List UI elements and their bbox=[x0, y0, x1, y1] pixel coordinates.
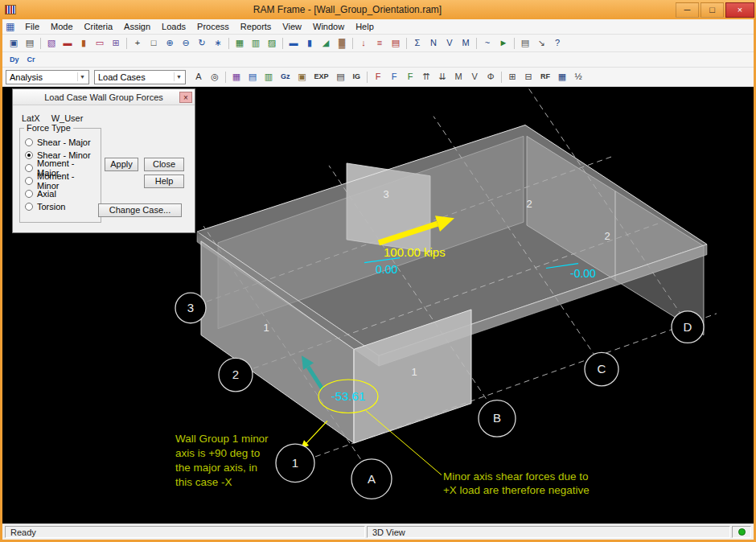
radio-shear-major[interactable]: Shear - Major bbox=[25, 136, 99, 149]
member-forces-icon[interactable]: F bbox=[403, 71, 417, 84]
menu-items: FileModeCriteriaAssignLoadsProcessReport… bbox=[19, 21, 379, 32]
shear-results-icon[interactable]: V bbox=[442, 37, 457, 50]
toolbar-separator bbox=[406, 38, 407, 49]
close-dialog-button[interactable]: Close bbox=[144, 158, 184, 171]
radio-circle-icon[interactable] bbox=[25, 138, 33, 146]
zoom-in-icon[interactable]: ⊕ bbox=[162, 37, 177, 50]
story-shear-icon[interactable]: ▤ bbox=[245, 71, 260, 84]
menu-item-reports[interactable]: Reports bbox=[235, 21, 277, 32]
load-case-combobox[interactable]: Load Cases ▼ bbox=[94, 70, 186, 84]
radio-circle-icon[interactable] bbox=[25, 164, 33, 172]
reaction-forces-icon[interactable]: F bbox=[387, 71, 401, 84]
member-brace-icon[interactable]: ◢ bbox=[318, 37, 333, 50]
radio-label: Shear - Major bbox=[37, 138, 91, 147]
grid-on-icon[interactable]: ⊞ bbox=[505, 71, 520, 84]
report-icon[interactable]: ▤ bbox=[518, 37, 532, 50]
axial-results-icon[interactable]: N bbox=[426, 37, 441, 50]
member-beam-icon[interactable]: ▬ bbox=[286, 37, 301, 50]
compression-icon[interactable]: ⇊ bbox=[435, 71, 450, 84]
shear-value-1: 0.00 bbox=[376, 264, 397, 277]
menu-item-assign[interactable]: Assign bbox=[118, 21, 156, 32]
change-case-button[interactable]: Change Case... bbox=[98, 203, 182, 217]
mode-beam-icon[interactable]: ▬ bbox=[60, 37, 75, 50]
load-area-icon[interactable]: ▤ bbox=[388, 37, 403, 50]
menu-item-process[interactable]: Process bbox=[191, 21, 235, 32]
member-column-icon[interactable]: ▮ bbox=[302, 37, 317, 50]
load-point-icon[interactable]: ↓ bbox=[356, 37, 371, 50]
show-deflected-toggle[interactable]: Dy bbox=[6, 53, 23, 66]
menu-item-file[interactable]: File bbox=[19, 21, 45, 32]
wall-label-3: 3 bbox=[383, 189, 388, 201]
3d-viewport[interactable]: 3 2 2 1 1 100.00 kips 0.00 -0.00 -53.61 bbox=[2, 87, 754, 524]
menu-item-loads[interactable]: Loads bbox=[156, 21, 191, 32]
view-elevation-icon[interactable]: ▥ bbox=[249, 37, 263, 50]
case-label-wuser[interactable]: W_User bbox=[51, 113, 84, 123]
binoculars-icon[interactable]: ◎ bbox=[207, 71, 222, 84]
case-label-latx[interactable]: LatX bbox=[22, 113, 40, 123]
shear-diagram-icon[interactable]: V bbox=[467, 71, 482, 84]
print-view-icon[interactable]: ▤ bbox=[334, 71, 348, 84]
radio-circle-icon[interactable] bbox=[25, 151, 33, 159]
leader-line-left bbox=[306, 421, 327, 443]
view-plan-icon[interactable]: ▦ bbox=[232, 37, 247, 50]
document-icon: ▦ bbox=[6, 21, 14, 32]
close-button[interactable]: × bbox=[725, 2, 754, 18]
grid-bubble-1: 1 bbox=[276, 444, 314, 482]
maximize-button[interactable]: □ bbox=[701, 2, 724, 18]
wall-numbers-icon[interactable]: ▦ bbox=[555, 71, 569, 84]
view-mode-icon[interactable]: A bbox=[191, 71, 206, 84]
menu-item-mode[interactable]: Mode bbox=[45, 21, 79, 32]
minimize-button[interactable]: ─ bbox=[676, 2, 699, 18]
grid-off-icon[interactable]: ⊟ bbox=[521, 71, 536, 84]
mode-grid-icon[interactable]: ⊞ bbox=[109, 37, 123, 50]
radio-torsion[interactable]: Torsion bbox=[25, 200, 99, 213]
radio-circle-icon[interactable] bbox=[25, 190, 33, 198]
select-crosshair-icon[interactable]: + bbox=[130, 37, 145, 50]
frame-results-icon[interactable]: ▥ bbox=[261, 71, 276, 84]
mode-column-icon[interactable]: ▮ bbox=[76, 37, 91, 50]
deflected-shape-icon[interactable]: ~ bbox=[480, 37, 495, 50]
export-model-icon[interactable]: EXP bbox=[311, 71, 332, 84]
pan-view-icon[interactable]: ∗ bbox=[211, 37, 225, 50]
radio-circle-icon[interactable] bbox=[25, 203, 33, 211]
mode-3d-icon[interactable]: ▧ bbox=[44, 37, 59, 50]
menu-item-help[interactable]: Help bbox=[350, 21, 380, 32]
image-capture-icon[interactable]: IG bbox=[350, 71, 364, 84]
clipboard-icon[interactable]: ▣ bbox=[295, 71, 310, 84]
select-box-icon[interactable]: □ bbox=[146, 37, 161, 50]
radio-circle-icon[interactable] bbox=[25, 177, 33, 185]
help-icon[interactable]: ? bbox=[550, 37, 565, 50]
zoom-out-icon[interactable]: ⊖ bbox=[179, 37, 193, 50]
menu-item-criteria[interactable]: Criteria bbox=[79, 21, 118, 32]
help-button[interactable]: Help bbox=[144, 175, 184, 188]
wall-group-forces-icon[interactable]: ▦ bbox=[229, 71, 244, 84]
case-labels: LatX W_User bbox=[22, 113, 83, 123]
moment-diagram-icon[interactable]: M bbox=[451, 71, 466, 84]
apply-button[interactable]: Apply bbox=[105, 158, 138, 171]
rotate-view-icon[interactable]: ↻ bbox=[195, 37, 209, 50]
load-distributed-icon[interactable]: ≡ bbox=[372, 37, 387, 50]
moment-results-icon[interactable]: M bbox=[458, 37, 473, 50]
mode-combobox[interactable]: Analysis ▼ bbox=[6, 70, 89, 84]
menu-item-view[interactable]: View bbox=[277, 21, 307, 32]
gravity-loads-icon[interactable]: Gz bbox=[277, 71, 294, 84]
animate-icon[interactable]: ► bbox=[496, 37, 511, 50]
print-icon[interactable]: ▤ bbox=[23, 37, 37, 50]
dialog-title-bar[interactable]: Load Case Wall Group Forces × bbox=[13, 89, 195, 105]
tension-icon[interactable]: ⇈ bbox=[419, 71, 433, 84]
export-icon[interactable]: ↘ bbox=[534, 37, 549, 50]
applied-loads-icon[interactable]: F bbox=[371, 71, 385, 84]
grid-bubble-2: 2 bbox=[219, 358, 253, 392]
torsion-icon[interactable]: Φ bbox=[483, 71, 498, 84]
view-3d-icon[interactable]: ▨ bbox=[265, 37, 279, 50]
radio-moment-minor[interactable]: Moment - Minor bbox=[25, 175, 99, 187]
menu-item-window[interactable]: Window bbox=[307, 21, 350, 32]
rigid-frame-icon[interactable]: RF bbox=[537, 71, 553, 84]
save-icon[interactable]: ▣ bbox=[6, 37, 21, 50]
dialog-close-icon[interactable]: × bbox=[179, 92, 192, 103]
story-level-icon[interactable]: ½ bbox=[571, 71, 585, 84]
show-criteria-toggle[interactable]: Cr bbox=[24, 53, 39, 66]
member-wall-icon[interactable]: ▓ bbox=[335, 37, 349, 50]
mode-wall-icon[interactable]: ▭ bbox=[92, 37, 107, 50]
analyze-icon[interactable]: Σ bbox=[410, 37, 425, 50]
